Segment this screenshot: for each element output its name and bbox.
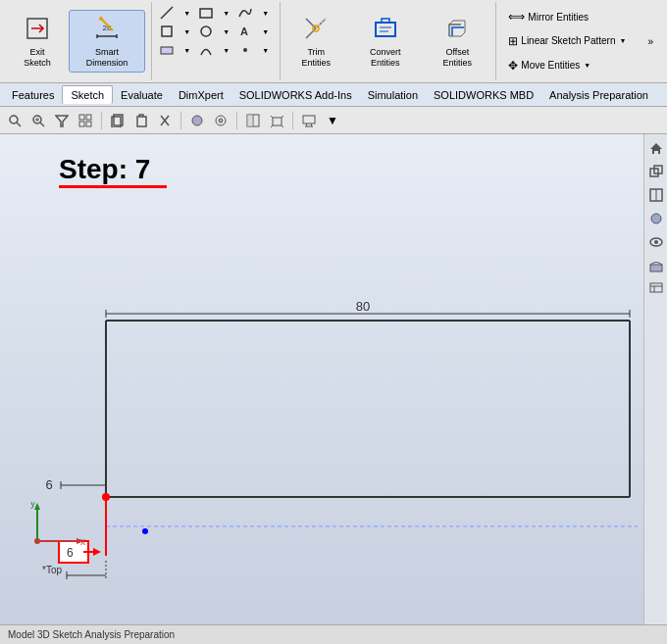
convert-entities-icon	[372, 15, 399, 45]
right-panel	[643, 134, 667, 624]
svg-point-13	[243, 48, 247, 52]
magnify-btn[interactable]	[27, 110, 49, 131]
menu-bar: Features Sketch Evaluate DimXpert SOLIDW…	[0, 83, 667, 107]
point-dropdown[interactable]: ▼	[256, 41, 274, 59]
paste-btn[interactable]	[130, 110, 152, 131]
move-entities-label: Move Entities	[521, 60, 580, 71]
svg-rect-85	[650, 265, 662, 272]
sketch-canvas[interactable]: Step: 7 80 6	[0, 134, 643, 624]
rect-dropdown[interactable]: ▼	[217, 4, 234, 22]
apply-scene-button[interactable]	[646, 256, 666, 275]
svg-rect-43	[273, 118, 282, 125]
smart-dimension-icon: 28	[93, 15, 121, 45]
svg-line-22	[17, 123, 21, 126]
rect2-dropdown[interactable]: ▼	[178, 23, 195, 40]
svg-rect-9	[162, 26, 172, 36]
line-tool[interactable]	[158, 4, 176, 22]
move-dropdown-arrow: ▼	[584, 62, 590, 69]
menu-dimxpert[interactable]: DimXpert	[171, 86, 231, 104]
smart-dimension-button[interactable]: 28 Smart Dimension	[69, 10, 145, 74]
move-entities-button[interactable]: ✥ Move Entities ▼	[502, 56, 596, 75]
svg-rect-30	[79, 122, 84, 126]
filter-btn[interactable]	[51, 110, 73, 131]
pattern-dropdown-arrow: ▼	[620, 37, 627, 44]
view-settings-button[interactable]	[646, 279, 666, 299]
svg-point-39	[219, 119, 223, 123]
view3d-btn[interactable]	[266, 110, 287, 131]
menu-evaluate[interactable]: Evaluate	[113, 86, 171, 104]
copy-btn[interactable]	[107, 110, 128, 131]
mirror-entities-button[interactable]: ⟺ Mirror Entities	[502, 7, 594, 26]
svg-point-6	[99, 17, 103, 21]
main-toolbar: Exit Sketch 28 Smart Dimension	[0, 0, 667, 83]
cut-btn[interactable]	[154, 110, 176, 131]
svg-line-7	[161, 7, 173, 19]
arc-tool[interactable]	[197, 41, 215, 59]
menu-analysis-prep[interactable]: Analysis Preparation	[541, 86, 656, 104]
status-bar: Model 3D Sketch Analysis Preparation	[0, 624, 667, 644]
view-label: *Top	[18, 565, 86, 575]
svg-rect-8	[200, 9, 212, 18]
pattern-icon: ⊞	[508, 34, 518, 48]
menu-simulation[interactable]: Simulation	[360, 86, 426, 104]
axis-origin: x y *Top	[18, 502, 86, 575]
search-sketch-btn[interactable]	[4, 110, 26, 131]
spline-dropdown[interactable]: ▼	[256, 4, 274, 22]
offset-entities-button[interactable]: Offset Entities	[425, 10, 489, 74]
shading2-btn[interactable]	[210, 110, 231, 131]
svg-text:x: x	[80, 536, 85, 547]
arc-dropdown[interactable]: ▼	[217, 41, 234, 59]
convert-entities-label: Convert Entities	[356, 47, 414, 69]
shading-btn[interactable]	[186, 110, 208, 131]
axis-svg: x y	[18, 502, 86, 561]
svg-rect-42	[247, 115, 253, 126]
rect-tool[interactable]	[197, 4, 215, 22]
circle-dropdown[interactable]: ▼	[217, 23, 234, 40]
svg-point-84	[654, 240, 658, 244]
menu-sw-addins[interactable]: SOLIDWORKS Add-Ins	[231, 86, 360, 104]
smart-dimension-label: Smart Dimension	[76, 47, 138, 69]
circle-tool[interactable]	[197, 23, 215, 40]
exit-sketch-button[interactable]: Exit Sketch	[10, 10, 65, 74]
svg-text:A: A	[240, 25, 248, 37]
text-dropdown[interactable]: ▼	[256, 23, 274, 40]
svg-rect-29	[86, 115, 91, 120]
trim-entities-label: Trim Entities	[293, 47, 338, 69]
status-text: Model 3D Sketch Analysis Preparation	[8, 629, 175, 640]
convert-entities-button[interactable]: Convert Entities	[349, 10, 421, 74]
point-tool[interactable]	[236, 41, 254, 59]
hide-show-button[interactable]	[646, 232, 666, 252]
home-view-button[interactable]	[646, 138, 666, 158]
display-style-button[interactable]	[646, 209, 666, 228]
svg-text:80: 80	[356, 299, 370, 314]
svg-marker-65	[93, 548, 101, 556]
trim-entities-button[interactable]: Trim Entities	[286, 10, 345, 74]
svg-rect-31	[86, 122, 91, 126]
main-area: Step: 7 80 6	[0, 134, 667, 624]
rect3-tool[interactable]	[158, 41, 176, 59]
svg-rect-28	[79, 115, 84, 120]
section-view-btn[interactable]	[242, 110, 264, 131]
svg-point-82	[651, 214, 661, 223]
trim-entities-icon	[302, 15, 330, 45]
svg-point-10	[201, 26, 211, 36]
linear-sketch-pattern-button[interactable]: ⊞ Linear Sketch Pattern ▼	[502, 31, 632, 51]
spline-tool[interactable]	[236, 4, 254, 22]
more-tools-button[interactable]: »	[641, 33, 659, 50]
mirror-entities-label: Mirror Entities	[528, 12, 589, 23]
menu-features[interactable]: Features	[4, 86, 62, 104]
settings-btn[interactable]: ▼	[322, 110, 343, 131]
section-view-button[interactable]	[646, 185, 666, 205]
svg-line-15	[306, 19, 316, 28]
menu-sketch[interactable]: Sketch	[62, 85, 113, 104]
view-orient-button[interactable]	[646, 162, 666, 181]
line-dropdown[interactable]: ▼	[178, 4, 195, 22]
text-tool[interactable]: A	[236, 23, 254, 40]
menu-sw-mbd[interactable]: SOLIDWORKS MBD	[426, 86, 541, 104]
rect3-dropdown[interactable]: ▼	[178, 41, 195, 59]
monitor-btn[interactable]	[298, 110, 320, 131]
rect2-tool[interactable]	[158, 23, 176, 40]
grid-btn[interactable]	[75, 110, 96, 131]
svg-line-24	[40, 123, 44, 126]
svg-point-37	[192, 116, 202, 125]
